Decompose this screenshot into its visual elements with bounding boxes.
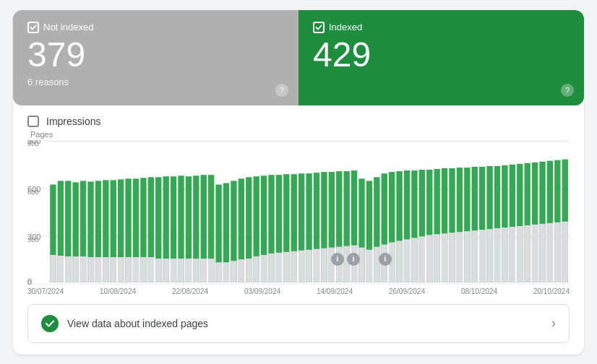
svg-rect-37 [125, 257, 131, 282]
status-tiles: Not indexed 379 6 reasons ? Indexed 429 … [13, 10, 584, 105]
view-data-check-icon [41, 315, 59, 332]
svg-rect-51 [178, 259, 184, 282]
main-card: Not indexed 379 6 reasons ? Indexed 429 … [13, 10, 584, 355]
svg-rect-23 [73, 256, 79, 282]
svg-rect-27 [87, 257, 93, 282]
indexed-count: 429 [313, 38, 570, 72]
svg-rect-81 [291, 251, 297, 282]
impressions-checkbox[interactable] [27, 116, 39, 127]
not-indexed-help[interactable]: ? [275, 84, 288, 97]
svg-rect-41 [140, 257, 146, 282]
svg-rect-113 [411, 238, 417, 282]
svg-rect-117 [426, 235, 432, 282]
notification-dot-2[interactable]: i [347, 253, 360, 266]
svg-rect-121 [442, 233, 447, 282]
view-data-button[interactable]: View data about indexed pages › [27, 304, 570, 343]
x-label-2: 10/08/2024 [100, 287, 136, 295]
svg-rect-49 [171, 259, 176, 282]
svg-rect-47 [163, 259, 169, 282]
svg-rect-55 [193, 259, 199, 282]
notification-dots: i i i [331, 253, 392, 266]
svg-rect-127 [464, 231, 470, 282]
svg-rect-73 [261, 254, 267, 282]
svg-text:600: 600 [27, 188, 39, 195]
svg-rect-111 [404, 239, 410, 282]
svg-rect-87 [314, 248, 319, 282]
svg-rect-57 [201, 259, 207, 282]
x-label-7: 08/10/2024 [461, 287, 497, 295]
svg-rect-149 [547, 222, 553, 282]
svg-rect-115 [419, 236, 425, 282]
svg-rect-59 [208, 259, 214, 282]
svg-rect-69 [246, 259, 252, 282]
svg-rect-39 [133, 257, 139, 282]
svg-rect-139 [510, 227, 515, 282]
view-data-left: View data about indexed pages [41, 315, 208, 332]
impressions-label: Impressions [46, 116, 100, 127]
x-axis-labels: 30/07/2024 10/08/2024 22/08/2024 03/09/2… [27, 285, 570, 295]
notification-dot-1[interactable]: i [331, 253, 344, 266]
svg-rect-147 [539, 223, 545, 282]
svg-rect-129 [472, 230, 478, 282]
notification-dot-3[interactable]: i [379, 253, 392, 266]
svg-rect-75 [268, 253, 274, 282]
x-label-5: 14/09/2024 [317, 287, 353, 295]
svg-rect-25 [80, 256, 86, 282]
svg-rect-133 [486, 229, 492, 282]
x-label-6: 26/09/2024 [389, 287, 425, 295]
svg-rect-63 [223, 262, 229, 282]
indexed-label: Indexed [313, 22, 570, 33]
chevron-right-icon: › [551, 316, 556, 331]
indexed-checkbox-icon [313, 22, 325, 33]
svg-rect-153 [562, 221, 568, 282]
svg-rect-131 [479, 230, 485, 282]
svg-text:300: 300 [27, 235, 39, 243]
svg-rect-31 [103, 257, 108, 282]
svg-rect-33 [111, 257, 116, 282]
svg-rect-135 [494, 228, 500, 282]
svg-rect-65 [231, 261, 236, 282]
x-label-1: 30/07/2024 [27, 287, 64, 295]
x-label-8: 20/10/2024 [533, 287, 570, 295]
svg-rect-77 [276, 252, 282, 282]
svg-text:900: 900 [27, 140, 39, 147]
svg-rect-67 [239, 259, 244, 282]
svg-rect-145 [532, 224, 538, 282]
svg-rect-29 [95, 257, 101, 282]
indexed-help[interactable]: ? [561, 84, 574, 97]
svg-rect-143 [525, 225, 531, 282]
not-indexed-tile: Not indexed 379 6 reasons ? [13, 10, 298, 105]
svg-rect-35 [118, 257, 124, 282]
chart-area: Pages 900 600 300 0 [13, 130, 584, 295]
svg-rect-89 [321, 248, 327, 282]
view-data-label: View data about indexed pages [67, 318, 208, 329]
x-label-3: 22/08/2024 [172, 287, 208, 295]
svg-rect-123 [449, 233, 455, 282]
svg-rect-19 [58, 256, 64, 282]
svg-rect-21 [65, 256, 71, 282]
chart-controls: Impressions [13, 105, 584, 130]
not-indexed-sub: 6 reasons [27, 77, 284, 87]
chart-y-label: Pages [27, 130, 570, 139]
svg-rect-83 [298, 250, 304, 282]
svg-rect-71 [254, 256, 259, 282]
bars-svg: 900 600 300 0 [27, 140, 570, 285]
svg-rect-137 [502, 228, 507, 282]
svg-rect-45 [155, 259, 161, 282]
svg-rect-61 [215, 262, 221, 282]
svg-rect-43 [148, 257, 154, 282]
svg-text:0: 0 [27, 279, 31, 285]
svg-rect-125 [457, 232, 463, 282]
svg-rect-17 [50, 254, 56, 282]
svg-rect-109 [396, 240, 402, 282]
svg-rect-53 [186, 259, 192, 282]
not-indexed-checkbox-icon [27, 22, 39, 33]
svg-rect-79 [283, 251, 289, 282]
indexed-tile: Indexed 429 ? [298, 10, 584, 105]
svg-rect-119 [434, 234, 440, 282]
svg-rect-85 [306, 249, 312, 282]
x-label-4: 03/09/2024 [244, 287, 280, 295]
not-indexed-label: Not indexed [27, 22, 284, 33]
not-indexed-count: 379 [27, 38, 284, 72]
svg-rect-151 [554, 222, 560, 282]
